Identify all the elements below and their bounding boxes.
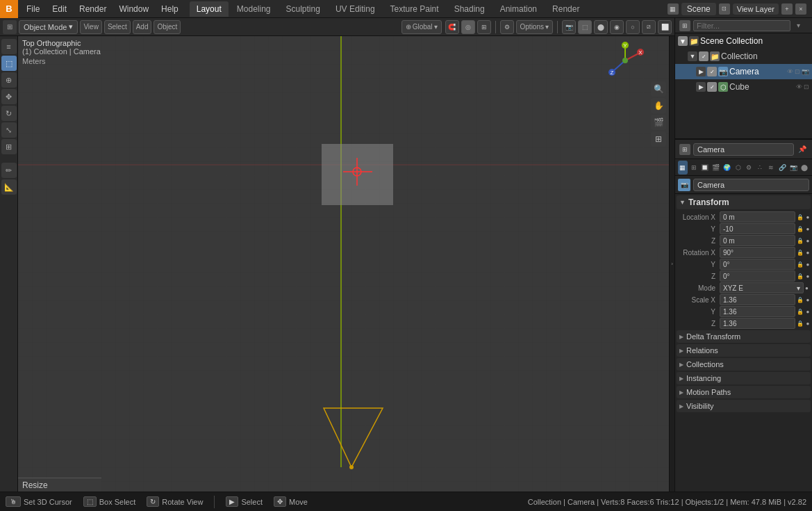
rotation-x-value[interactable]: 90° — [720, 247, 795, 258]
transform-tool[interactable]: ⊞ — [1, 139, 17, 154]
rotation-y-value[interactable]: 0° — [720, 259, 795, 270]
location-x-dot[interactable]: ● — [805, 214, 811, 220]
object-menu[interactable]: Object — [154, 20, 181, 34]
camera-view-btn[interactable]: 🎬 — [651, 115, 666, 130]
outliner-search[interactable] — [693, 20, 790, 31]
annotate-tool[interactable]: ✏ — [1, 163, 17, 178]
collections-row[interactable]: ▶ Collections — [677, 358, 811, 371]
move-tool[interactable]: ✥ — [1, 89, 17, 104]
axis-gizmo[interactable]: Y X Z — [606, 42, 644, 79]
scale-tool[interactable]: ⤡ — [1, 122, 17, 138]
prop-tab-modifier[interactable]: ⚙ — [745, 161, 754, 175]
menu-edit[interactable]: Edit — [47, 3, 72, 15]
prop-tab-output[interactable]: ⊞ — [689, 161, 699, 175]
view-menu[interactable]: View — [80, 20, 102, 34]
view-layer-add-btn[interactable]: + — [781, 3, 793, 15]
view-layer-remove-btn[interactable]: × — [795, 3, 806, 15]
snap-icon[interactable]: ⊞ — [477, 20, 491, 34]
menu-window[interactable]: Window — [113, 3, 154, 15]
instancing-row[interactable]: ▶ Instancing — [677, 372, 811, 384]
scale-x-lock[interactable]: 🔒 — [797, 297, 804, 303]
scale-z-value[interactable]: 1.36 — [720, 318, 795, 329]
tab-uv-editing[interactable]: UV Editing — [329, 1, 382, 17]
tab-sculpting[interactable]: Sculpting — [279, 1, 327, 17]
rotation-x-lock[interactable]: 🔒 — [797, 250, 804, 256]
scale-y-lock[interactable]: 🔒 — [797, 309, 804, 315]
viewport-shading-material[interactable]: ◉ — [610, 20, 624, 34]
prop-tab-data[interactable]: 📷 — [788, 161, 798, 175]
prop-tab-render[interactable]: ▦ — [678, 161, 688, 175]
tab-texture-paint[interactable]: Texture Paint — [383, 1, 446, 17]
tab-shading[interactable]: Shading — [447, 1, 492, 17]
toolbar-header-toggle[interactable]: ≡ — [1, 39, 17, 54]
viewport-shading-solid[interactable]: ⬤ — [594, 20, 608, 34]
menu-file[interactable]: File — [21, 3, 45, 15]
rotation-x-dot[interactable]: ● — [805, 250, 811, 256]
scale-y-dot[interactable]: ● — [805, 309, 811, 315]
tab-animation[interactable]: Animation — [493, 1, 544, 17]
outliner-cube[interactable]: ▶ ✓ ⬡ Cube 👁 ⊡ — [675, 79, 812, 95]
proportional-edit-btn[interactable]: ◎ — [461, 20, 475, 34]
location-x-value[interactable]: 0 m — [720, 211, 795, 222]
cube-eye-icon[interactable]: 👁 — [796, 83, 802, 90]
obj-data-name[interactable]: Camera — [693, 179, 809, 191]
location-y-dot[interactable]: ● — [805, 226, 811, 232]
prop-tab-scene[interactable]: 🎬 — [711, 161, 721, 175]
outliner-collection[interactable]: ▼ ✓ 📁 Collection — [675, 49, 812, 64]
viewport-shading-rendered[interactable]: ○ — [626, 20, 640, 34]
visibility-row[interactable]: ▶ Visibility — [677, 400, 811, 412]
tab-render[interactable]: Render — [545, 1, 586, 17]
transform-section-header[interactable]: ▼ Transform — [677, 195, 811, 209]
scale-x-value[interactable]: 1.36 — [720, 294, 795, 305]
location-x-lock[interactable]: 🔒 — [797, 214, 804, 220]
options-dropdown[interactable]: Options ▾ — [516, 20, 553, 34]
camera-select-icon[interactable]: ⊡ — [795, 68, 800, 75]
delta-transform-row[interactable]: ▶ Delta Transform — [677, 330, 811, 343]
tab-layout[interactable]: Layout — [190, 1, 229, 17]
rotation-z-dot[interactable]: ● — [805, 273, 811, 279]
props-pin-btn[interactable]: 📌 — [797, 144, 808, 155]
transform-orientation[interactable]: ⊕ Global ▾ — [401, 20, 442, 34]
prop-tab-particles[interactable]: ∴ — [755, 161, 765, 175]
viewport-shading-wire[interactable]: ⧄ — [642, 20, 656, 34]
prop-tab-material[interactable]: ⬤ — [799, 161, 809, 175]
menu-help[interactable]: Help — [156, 3, 184, 15]
zoom-in-btn[interactable]: 🔍 — [651, 81, 666, 97]
location-z-value[interactable]: 0 m — [720, 235, 795, 246]
menu-render[interactable]: Render — [74, 3, 112, 15]
cursor-tool[interactable]: ⊕ — [1, 72, 17, 88]
scale-x-dot[interactable]: ● — [805, 297, 811, 303]
rotation-z-value[interactable]: 0° — [720, 270, 795, 282]
prop-tab-object[interactable]: ⬡ — [734, 161, 743, 175]
scale-z-lock[interactable]: 🔒 — [797, 321, 804, 327]
cube-filter-icon[interactable]: ⊡ — [804, 83, 809, 90]
view-layer-name[interactable]: View Layer — [733, 3, 779, 15]
mode-dropdown[interactable]: XYZ E ▾ — [720, 282, 804, 293]
prop-tab-constraints[interactable]: 🔗 — [777, 161, 787, 175]
rotate-tool[interactable]: ↻ — [1, 106, 17, 121]
camera-checkbox[interactable]: ✓ — [707, 67, 717, 76]
viewport-overlay-btn[interactable]: ⬚ — [578, 20, 592, 34]
rotation-y-dot[interactable]: ● — [805, 261, 811, 268]
relations-row[interactable]: ▶ Relations — [677, 344, 811, 357]
location-z-dot[interactable]: ● — [805, 238, 811, 244]
camera-render-icon[interactable]: 📷 — [802, 68, 809, 75]
prop-tab-view[interactable]: 🔲 — [700, 161, 710, 175]
motion-paths-row[interactable]: ▶ Motion Paths — [677, 386, 811, 398]
resize-handle[interactable]: Resize — [18, 478, 101, 492]
object-mode-dropdown[interactable]: Object Mode ▾ — [19, 20, 78, 34]
cube-checkbox[interactable]: ✓ — [707, 82, 717, 92]
pan-btn[interactable]: ✋ — [651, 98, 666, 113]
scale-z-dot[interactable]: ● — [805, 321, 811, 327]
location-y-value[interactable]: -10 — [720, 223, 795, 234]
snap-btn[interactable]: 🧲 — [445, 20, 459, 34]
scene-name[interactable]: Scene — [681, 3, 716, 15]
editor-type-btn[interactable]: ⊞ — [3, 20, 17, 34]
camera-eye-icon[interactable]: 👁 — [787, 68, 793, 75]
select-tool[interactable]: ⬚ — [1, 56, 17, 71]
outliner-filter-btn[interactable]: ▾ — [793, 21, 803, 31]
location-y-lock[interactable]: 🔒 — [797, 226, 804, 232]
viewport-x-ray[interactable]: ⬜ — [658, 20, 672, 34]
tab-modeling[interactable]: Modeling — [230, 1, 278, 17]
outliner-camera[interactable]: ▶ ✓ 📷 Camera 👁 ⊡ 📷 — [675, 64, 812, 79]
